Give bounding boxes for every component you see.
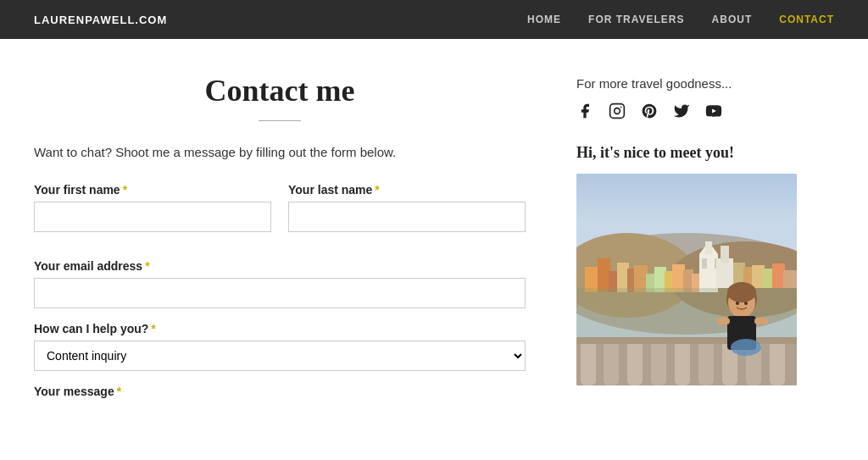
svg-rect-40 — [698, 339, 714, 385]
page-wrapper: Contact me Want to chat? Shoot me a mess… — [0, 39, 868, 434]
profile-image — [576, 174, 797, 385]
svg-rect-49 — [716, 318, 730, 324]
svg-rect-11 — [617, 263, 629, 292]
svg-rect-23 — [702, 258, 707, 269]
sidebar: For more travel goodness... Hi, it — [576, 73, 805, 417]
page-title: Contact me — [34, 73, 526, 108]
youtube-icon[interactable] — [705, 103, 722, 124]
email-input[interactable] — [34, 278, 526, 308]
nav-contact[interactable]: CONTACT — [779, 14, 834, 25]
facebook-icon[interactable] — [576, 103, 593, 124]
site-header: LAURENPAWELL.COM HOME FOR TRAVELERS ABOU… — [0, 0, 868, 39]
first-name-label: Your first name* — [34, 183, 271, 197]
svg-rect-0 — [610, 104, 625, 119]
svg-rect-32 — [783, 270, 797, 288]
meet-text: Hi, it's nice to meet you! — [576, 144, 805, 162]
intro-text: Want to chat? Shoot me a message by fill… — [34, 145, 526, 159]
main-nav: HOME FOR TRAVELERS ABOUT CONTACT — [527, 14, 834, 25]
svg-point-1 — [615, 108, 620, 114]
twitter-icon[interactable] — [673, 103, 690, 124]
svg-rect-39 — [675, 339, 690, 385]
email-label: Your email address* — [34, 259, 526, 273]
svg-rect-26 — [721, 246, 729, 263]
name-row: Your first name* Your last name* — [34, 183, 526, 246]
svg-point-51 — [731, 339, 761, 356]
svg-rect-38 — [651, 339, 666, 385]
section-divider — [259, 120, 301, 121]
svg-rect-37 — [627, 339, 643, 385]
svg-rect-31 — [772, 263, 785, 288]
travel-text: For more travel goodness... — [576, 76, 805, 91]
instagram-icon[interactable] — [609, 103, 626, 124]
svg-rect-43 — [770, 339, 785, 385]
site-logo: LAURENPAWELL.COM — [34, 14, 167, 26]
svg-rect-35 — [581, 339, 596, 385]
svg-point-2 — [620, 107, 622, 108]
main-content: Contact me Want to chat? Shoot me a mess… — [34, 73, 526, 417]
help-select[interactable]: Content inquiry Media/Press Partnership … — [34, 341, 526, 371]
svg-rect-50 — [754, 318, 768, 324]
email-group: Your email address* — [34, 259, 526, 308]
message-label: Your message* — [34, 385, 526, 398]
nav-about[interactable]: ABOUT — [712, 14, 753, 25]
first-name-group: Your first name* — [34, 183, 271, 232]
svg-point-53 — [744, 302, 748, 305]
svg-point-47 — [727, 282, 756, 302]
svg-rect-22 — [705, 241, 712, 254]
message-group: Your message* — [34, 385, 526, 403]
help-group: How can I help you?* Content inquiry Med… — [34, 322, 526, 371]
svg-rect-25 — [716, 258, 733, 288]
pinterest-icon[interactable] — [641, 103, 658, 124]
nav-for-travelers[interactable]: FOR TRAVELERS — [588, 14, 684, 25]
first-name-input[interactable] — [34, 202, 271, 232]
last-name-group: Your last name* — [288, 183, 526, 232]
svg-point-52 — [736, 302, 739, 305]
nav-home[interactable]: HOME — [527, 14, 561, 25]
social-icons-row — [576, 103, 805, 124]
svg-rect-9 — [598, 258, 610, 292]
last-name-label: Your last name* — [288, 183, 526, 197]
svg-rect-44 — [576, 337, 797, 344]
svg-rect-29 — [752, 265, 765, 288]
svg-rect-36 — [604, 339, 619, 385]
last-name-input[interactable] — [288, 202, 526, 232]
help-label: How can I help you?* — [34, 322, 526, 335]
